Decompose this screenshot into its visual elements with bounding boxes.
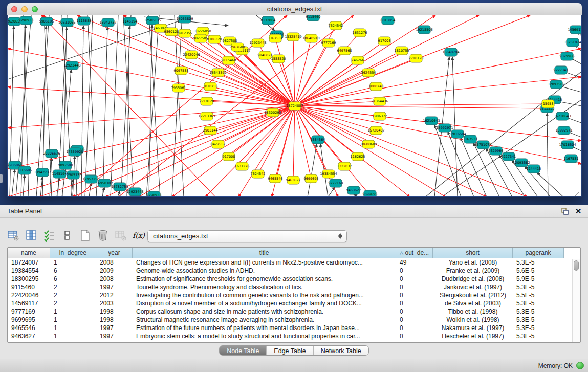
table-mode-icon[interactable]: [7, 229, 19, 242]
table-cell[interactable]: 2: [50, 291, 96, 299]
graph-node[interactable]: 16648784: [442, 48, 459, 56]
graph-node[interactable]: 9463627: [286, 176, 301, 184]
table-cell[interactable]: 1997: [96, 332, 133, 340]
graph-node[interactable]: 21364436: [371, 97, 388, 105]
table-cell[interactable]: 9777169: [8, 308, 50, 316]
graph-node[interactable]: 9465546: [268, 174, 283, 183]
table-cell[interactable]: 2012: [96, 291, 133, 299]
table-row[interactable]: 1872400712008Changes of HCN gene express…: [8, 258, 580, 267]
table-cell[interactable]: 6: [50, 267, 96, 275]
graph-node[interactable]: 917008: [378, 37, 391, 45]
graph-node[interactable]: 15992971: [555, 126, 572, 135]
table-row[interactable]: 946362711997Embryonic stem cells: a mode…: [8, 332, 580, 340]
function-builder-icon[interactable]: f(x): [133, 229, 145, 242]
table-cell[interactable]: 0: [396, 267, 433, 275]
panel-collapse-handle[interactable]: [0, 174, 3, 183]
graph-node[interactable]: 9115460: [222, 56, 236, 64]
graph-node[interactable]: 16210643: [554, 112, 571, 120]
graph-node[interactable]: 7935061: [171, 84, 186, 92]
graph-node[interactable]: 2903144: [203, 126, 218, 135]
table-cell[interactable]: 1998: [96, 316, 133, 324]
table-cell[interactable]: 5.3E-5: [513, 324, 564, 332]
graph-node[interactable]: 9227341: [502, 152, 516, 161]
table-cell[interactable]: 19384554: [8, 267, 50, 275]
table-cell[interactable]: 0: [396, 308, 433, 316]
graph-node[interactable]: 9827505: [193, 34, 208, 42]
graph-node[interactable]: 1167531: [268, 34, 283, 42]
graph-node[interactable]: 746266: [352, 56, 364, 64]
table-row[interactable]: 2242004622012Investigating the contribut…: [8, 291, 580, 299]
table-row[interactable]: 1830029562008Estimation of significance …: [8, 275, 580, 283]
table-cell[interactable]: 5.3E-5: [513, 299, 564, 308]
graph-node[interactable]: 17359928: [66, 148, 83, 156]
table-cell[interactable]: Genome-wide association studies in ADHD.: [133, 267, 396, 275]
graph-node[interactable]: 1080748: [369, 82, 384, 91]
table-cell[interactable]: Disruption of a novel member of a sodium…: [133, 299, 396, 308]
table-cell[interactable]: Franke et al. (2009): [433, 267, 513, 275]
tab-node-table[interactable]: Node Table: [220, 346, 267, 356]
graph-node[interactable]: 3624554: [361, 69, 376, 77]
table-cell[interactable]: 49: [396, 258, 433, 267]
graph-node[interactable]: 14569117: [568, 26, 581, 34]
table-cell[interactable]: 9699695: [8, 316, 50, 324]
graph-node[interactable]: 9463627: [346, 186, 361, 194]
table-cell[interactable]: Changes of HCN gene expression and I(f) …: [133, 258, 396, 267]
table-selector-combobox[interactable]: citations_edges.txt: [147, 230, 347, 242]
graph-node[interactable]: 9329966: [560, 52, 575, 60]
table-cell[interactable]: 5.6E-5: [513, 267, 564, 275]
graph-node[interactable]: 18724007: [286, 102, 303, 110]
graph-node[interactable]: 16053809: [176, 15, 193, 23]
graph-node[interactable]: 2967608: [230, 43, 245, 51]
graph-node[interactable]: 22420046: [183, 51, 200, 59]
graph-node[interactable]: 20531065: [58, 18, 75, 27]
graph-node[interactable]: 9777169: [321, 39, 336, 47]
graph-node[interactable]: 6497568: [337, 47, 352, 55]
table-cell[interactable]: 18724007: [8, 258, 50, 267]
table-cell[interactable]: Corpus callosum shape and size in male p…: [133, 308, 396, 316]
show-column-icon[interactable]: [25, 229, 37, 242]
table-cell[interactable]: Structural magnetic resonance image aver…: [133, 316, 396, 324]
table-cell[interactable]: Hescheler et al. (1997): [433, 332, 513, 340]
graph-node[interactable]: 18640910: [302, 34, 319, 42]
table-cell[interactable]: 5.3E-5: [513, 332, 564, 340]
table-cell[interactable]: 14569117: [8, 299, 50, 308]
window-titlebar[interactable]: citations_edges.txt: [7, 3, 582, 15]
graph-node[interactable]: 9146821: [258, 51, 273, 59]
table-cell[interactable]: 2: [50, 283, 96, 291]
column-header-name[interactable]: name: [8, 248, 50, 258]
nodes-layer[interactable]: 2620655979093359051952053106511156851394…: [8, 15, 581, 196]
table-row[interactable]: 946554611997Estimation of the future num…: [8, 324, 580, 332]
table-cell[interactable]: 1: [50, 332, 96, 340]
float-window-icon[interactable]: [560, 207, 570, 216]
table-cell[interactable]: 2009: [96, 267, 133, 275]
graph-node[interactable]: 12213363: [198, 112, 215, 120]
graph-node[interactable]: 2718120: [409, 54, 424, 62]
table-cell[interactable]: 9463627: [8, 332, 50, 340]
table-cell[interactable]: 0: [396, 332, 433, 340]
table-row[interactable]: 911546021997Tourette syndrome. Phenomeno…: [8, 283, 580, 291]
select-columns-icon[interactable]: [43, 229, 55, 242]
graph-node[interactable]: 16210643: [423, 117, 440, 125]
table-cell[interactable]: 22420046: [8, 291, 50, 299]
graph-node[interactable]: 9860128: [164, 28, 179, 36]
table-cell[interactable]: 1: [50, 308, 96, 316]
graph-node[interactable]: 12093582: [513, 159, 530, 167]
graph-node[interactable]: 9227341: [554, 66, 569, 74]
graph-node[interactable]: 19218506: [416, 26, 432, 34]
graph-node[interactable]: 17016504: [559, 141, 576, 149]
table-cell[interactable]: Investigating the contribution of common…: [133, 291, 396, 299]
graph-node[interactable]: 1167531: [463, 135, 478, 143]
graph-node[interactable]: 16782753: [111, 183, 128, 191]
graph-node[interactable]: 12505135: [144, 16, 161, 25]
graph-node[interactable]: 9097588: [58, 161, 73, 169]
table-cell[interactable]: 6: [50, 275, 96, 283]
delete-table-icon[interactable]: [97, 229, 109, 242]
scrollbar-thumb[interactable]: [574, 260, 579, 271]
table-cell[interactable]: 1: [50, 316, 96, 324]
graph-node[interactable]: 1145194: [123, 17, 138, 26]
graph-node[interactable]: 8132084: [261, 16, 276, 25]
graph-node[interactable]: 9699695: [363, 190, 378, 196]
graph-node[interactable]: 15720407: [367, 126, 384, 135]
graph-node[interactable]: 13942737: [34, 168, 51, 177]
graph-node[interactable]: 13942737: [99, 18, 116, 27]
